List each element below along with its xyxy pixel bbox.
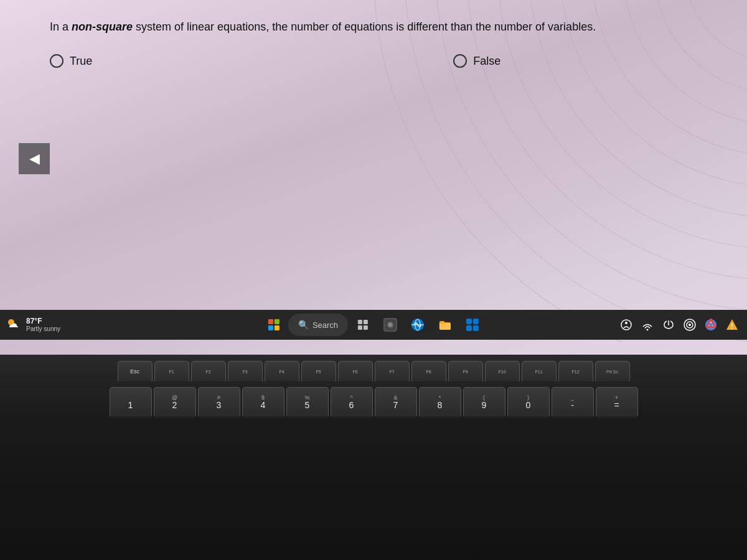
key-f8[interactable]: F8 [411, 361, 446, 383]
keyboard-area: Esc F1 F2 F3 F4 F5 F6 F7 F8 F9 F10 [0, 355, 747, 560]
key-9[interactable]: ( 9 [463, 387, 505, 418]
windows-start-button[interactable] [262, 313, 286, 337]
key-f9[interactable]: F9 [448, 361, 483, 383]
key-f3[interactable]: F3 [228, 361, 263, 383]
key-2[interactable]: @ 2 [154, 387, 196, 418]
key-f2[interactable]: F2 [191, 361, 226, 383]
key-minus[interactable]: _ - [552, 387, 594, 418]
system-tray [616, 315, 742, 335]
svg-rect-14 [358, 325, 362, 330]
key-8[interactable]: * 8 [419, 387, 461, 418]
radio-false[interactable] [453, 54, 467, 68]
task-view-button[interactable] [350, 312, 375, 337]
svg-point-28 [625, 322, 627, 324]
grid-app-button[interactable] [460, 312, 485, 337]
question-text: In a non-square system of linear equatio… [50, 19, 697, 35]
taskbar: 87°F Partly sunny 🔍 Search [0, 310, 747, 340]
search-button[interactable]: 🔍 Search [288, 314, 348, 336]
weather-icon [5, 316, 22, 334]
svg-rect-12 [358, 320, 362, 324]
svg-point-29 [647, 329, 649, 331]
key-f5[interactable]: F5 [301, 361, 336, 383]
svg-rect-26 [473, 325, 479, 331]
key-5[interactable]: % 5 [286, 387, 329, 418]
option-true-label: True [70, 55, 92, 68]
key-f12[interactable]: F12 [558, 361, 593, 383]
taskbar-center: 🔍 Search [262, 312, 485, 337]
network-icon[interactable] [637, 315, 657, 335]
key-esc[interactable]: Esc [118, 361, 153, 383]
svg-point-27 [621, 320, 631, 330]
svg-point-39 [731, 328, 733, 329]
svg-rect-24 [473, 319, 479, 324]
search-icon: 🔍 [298, 320, 309, 330]
screen: In a non-square system of linear equatio… [0, 0, 747, 355]
key-f7[interactable]: F7 [375, 361, 410, 383]
weather-widget[interactable]: 87°F Partly sunny [5, 316, 60, 334]
key-6[interactable]: ^ 6 [331, 387, 373, 418]
options-row: True False [50, 54, 697, 68]
file-explorer-button[interactable] [433, 312, 458, 337]
svg-rect-15 [364, 325, 368, 330]
svg-point-33 [688, 324, 691, 326]
key-f6[interactable]: F6 [338, 361, 373, 383]
function-key-row: Esc F1 F2 F3 F4 F5 F6 F7 F8 F9 F10 [31, 361, 716, 383]
quiz-content: In a non-square system of linear equatio… [50, 19, 697, 68]
power-icon[interactable] [659, 315, 679, 335]
video-app-button[interactable] [378, 312, 403, 337]
search-label: Search [312, 320, 338, 330]
cortana-icon[interactable] [680, 315, 700, 335]
back-arrow-icon: ◀ [29, 151, 40, 167]
back-button[interactable]: ◀ [19, 143, 50, 174]
key-f4[interactable]: F4 [265, 361, 299, 383]
option-true[interactable]: True [50, 54, 92, 68]
browser-button[interactable] [405, 312, 430, 337]
svg-rect-13 [364, 320, 368, 324]
svg-rect-23 [466, 319, 472, 324]
key-0[interactable]: ) 0 [507, 387, 550, 418]
weather-text: 87°F Partly sunny [26, 317, 60, 333]
notification-icon[interactable] [722, 315, 742, 335]
key-f10[interactable]: F10 [485, 361, 520, 383]
radio-true[interactable] [50, 54, 63, 68]
key-prtsc[interactable]: Prt Sc [595, 361, 630, 383]
accessibility-icon[interactable] [616, 315, 636, 335]
key-3[interactable]: # 3 [198, 387, 240, 418]
number-key-row: 1 @ 2 # 3 $ 4 % 5 ^ 6 & 7 * 8 [31, 387, 716, 418]
key-f1[interactable]: F1 [154, 361, 189, 383]
windows-logo-icon [268, 319, 280, 330]
key-f11[interactable]: F11 [522, 361, 557, 383]
option-false[interactable]: False [453, 54, 500, 68]
key-1[interactable]: 1 [110, 387, 152, 418]
chrome-icon[interactable] [701, 315, 721, 335]
option-false-label: False [473, 55, 500, 68]
key-7[interactable]: & 7 [375, 387, 417, 418]
weather-temp: 87°F [26, 317, 60, 325]
svg-rect-25 [466, 325, 472, 331]
key-plus[interactable]: + = [596, 387, 638, 418]
weather-desc: Partly sunny [26, 325, 60, 333]
key-4[interactable]: $ 4 [242, 387, 284, 418]
svg-point-19 [388, 323, 392, 327]
